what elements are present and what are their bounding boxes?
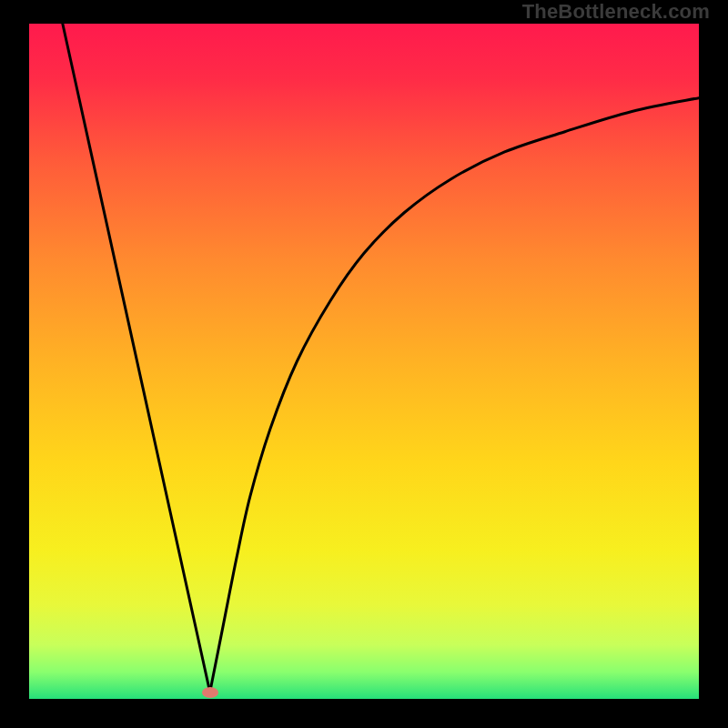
optimum-marker xyxy=(202,687,218,698)
gradient-background xyxy=(29,24,699,699)
plot-svg xyxy=(29,24,699,699)
plot-area xyxy=(29,24,699,699)
watermark-text: TheBottleneck.com xyxy=(522,0,710,24)
chart-frame: TheBottleneck.com xyxy=(0,0,728,728)
